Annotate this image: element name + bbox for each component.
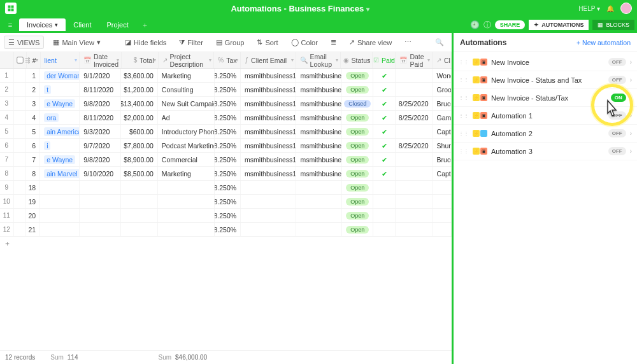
cell-tax[interactable]: 8.250% <box>215 223 241 236</box>
drag-handle-icon[interactable]: ⋮⋮ <box>459 148 469 154</box>
cell-paid[interactable]: ✔ <box>373 69 396 82</box>
automation-toggle[interactable]: OFF <box>608 147 626 155</box>
cell-client-email[interactable]: msmithbusiness100@gmail… <box>241 69 296 82</box>
app-logo[interactable] <box>5 3 17 14</box>
cell-truncated[interactable]: Groo <box>433 83 452 96</box>
row-checkbox[interactable] <box>14 209 27 222</box>
cell-tax[interactable]: 8.250% <box>215 97 241 110</box>
cell-paid[interactable]: ✔ <box>373 153 396 166</box>
cell-truncated[interactable]: Capt <box>433 125 452 138</box>
cell-date-invoiced[interactable]: 9/10/2020 <box>80 167 120 180</box>
cell-tax[interactable]: 8.250% <box>215 195 241 208</box>
cell-client[interactable]: ain America <box>40 125 80 138</box>
cell-email-lookup[interactable]: msmithbusiness100@… <box>296 69 342 82</box>
cell-truncated[interactable]: Capt <box>433 167 452 180</box>
automation-row[interactable]: ⋮⋮⚡▣Automation 3OFF› <box>454 143 637 160</box>
row-checkbox[interactable] <box>14 97 27 110</box>
automations-panel-tab[interactable]: ✦ AUTOMATIONS <box>529 20 589 30</box>
row-height-button[interactable]: ≣ <box>327 36 340 48</box>
cell-id[interactable]: 1 <box>26 69 40 82</box>
drag-handle-icon[interactable]: ⋮⋮ <box>459 95 469 101</box>
cell-total[interactable]: $8,500.00 <box>121 167 158 180</box>
cell-date-paid[interactable] <box>396 209 433 222</box>
cell-tax[interactable]: 8.250% <box>215 125 241 138</box>
col-tax[interactable]: %Tax▾ <box>214 52 241 68</box>
cell-status[interactable]: Open <box>342 139 373 152</box>
tab-project[interactable]: Project <box>99 18 136 31</box>
row-checkbox[interactable] <box>14 195 27 208</box>
cell-email-lookup[interactable]: msmithbusiness100@… <box>296 139 342 152</box>
cell-date-paid[interactable] <box>396 69 433 82</box>
cell-status[interactable]: Open <box>342 195 373 208</box>
cell-truncated[interactable] <box>433 195 452 208</box>
add-row-button[interactable]: ＋ <box>0 237 452 251</box>
help2-icon[interactable]: ⓘ <box>483 20 491 31</box>
table-row[interactable]: 44ora8/11/2020$2,000.00Ad8.250%msmithbus… <box>0 111 452 125</box>
cell-tax[interactable]: 8.250% <box>215 181 241 194</box>
cell-total[interactable]: $600.00 <box>121 125 158 138</box>
views-button[interactable]: ☰ VIEWS <box>4 36 44 49</box>
hide-fields-button[interactable]: ◪ Hide fields <box>121 36 170 48</box>
cell-truncated[interactable]: Shuri <box>433 139 452 152</box>
cell-total[interactable]: $1,200.00 <box>121 83 158 96</box>
table-row[interactable]: 77e Wayne9/8/2020$8,900.00Commercial8.25… <box>0 153 452 167</box>
row-checkbox[interactable] <box>14 139 27 152</box>
chevron-right-icon[interactable]: › <box>630 130 632 137</box>
cell-description[interactable]: Ad <box>158 111 215 124</box>
cell-email-lookup[interactable]: msmithbusiness100@… <box>296 97 342 110</box>
cell-client[interactable]: ain Marvel <box>40 167 80 180</box>
cell-date-invoiced[interactable]: 9/3/2020 <box>80 125 120 138</box>
new-automation-button[interactable]: + New automation <box>576 39 631 46</box>
cell-tax[interactable]: 8.250% <box>215 83 241 96</box>
cell-email-lookup[interactable] <box>296 209 342 222</box>
cell-id[interactable]: 21 <box>26 223 40 236</box>
cell-description[interactable]: Commercial <box>158 153 215 166</box>
cell-description[interactable] <box>158 181 215 194</box>
cell-client-email[interactable] <box>241 209 296 222</box>
cell-id[interactable]: 20 <box>26 209 40 222</box>
col-status[interactable]: ◉Status▾ <box>341 52 373 68</box>
cell-id[interactable]: 6 <box>26 139 40 152</box>
share-button[interactable]: SHARE <box>495 20 526 29</box>
drag-handle-icon[interactable]: ⋮⋮ <box>459 59 469 65</box>
cell-date-paid[interactable]: 8/25/2020 <box>396 139 433 152</box>
automation-toggle[interactable]: OFF <box>608 76 626 84</box>
cell-tax[interactable]: 8.250% <box>215 167 241 180</box>
row-checkbox[interactable] <box>14 69 27 82</box>
cell-date-paid[interactable] <box>396 125 433 138</box>
avatar[interactable] <box>620 3 632 14</box>
cell-email-lookup[interactable]: msmithbusiness100@… <box>296 111 342 124</box>
table-row[interactable]: 22t8/11/2020$1,200.00Consulting8.250%msm… <box>0 83 452 97</box>
cell-client[interactable]: der Woman <box>40 69 80 82</box>
drag-handle-icon[interactable]: ⋮⋮ <box>459 113 469 118</box>
col-paid[interactable]: ☑Paid▾ <box>373 52 396 68</box>
cell-id[interactable]: 18 <box>26 181 40 194</box>
automation-row[interactable]: ⋮⋮⚡Automation 2OFF› <box>454 125 637 143</box>
table-row[interactable]: 10198.250%Open <box>0 195 452 209</box>
cell-date-invoiced[interactable] <box>80 209 120 222</box>
cell-tax[interactable]: 8.250% <box>215 209 241 222</box>
filter-button[interactable]: ⧩ Filter <box>175 36 206 48</box>
cell-description[interactable]: Marketing <box>158 167 215 180</box>
cell-email-lookup[interactable]: msmithbusiness100@… <box>296 167 342 180</box>
cell-email-lookup[interactable] <box>296 195 342 208</box>
cell-id[interactable]: 7 <box>26 153 40 166</box>
tab-invoices[interactable]: Invoices▾ <box>19 18 66 31</box>
cell-date-invoiced[interactable] <box>80 195 120 208</box>
sort-button[interactable]: ⇅ Sort <box>253 36 282 48</box>
expand-all-icon[interactable] <box>0 52 14 68</box>
cell-id[interactable]: 4 <box>26 111 40 124</box>
automation-row[interactable]: ⋮⋮⚡▣New Invoice - Status and TaxOFF› <box>454 71 637 89</box>
cell-truncated[interactable]: Bruce <box>433 153 452 166</box>
cell-date-invoiced[interactable]: 9/7/2020 <box>80 139 120 152</box>
cell-description[interactable]: New Suit Campaign <box>158 97 215 110</box>
col-email-lookup[interactable]: 🔍Email Lookup▾ <box>296 52 341 68</box>
cell-paid[interactable] <box>373 223 396 236</box>
group-button[interactable]: ▤ Group <box>212 36 248 48</box>
history-icon[interactable]: 🕘 <box>470 20 480 29</box>
col-truncated[interactable]: ↗Cl <box>433 52 452 68</box>
cell-truncated[interactable] <box>433 223 452 236</box>
cell-paid[interactable]: ✔ <box>373 139 396 152</box>
row-checkbox[interactable] <box>14 83 27 96</box>
cell-client[interactable] <box>40 195 80 208</box>
